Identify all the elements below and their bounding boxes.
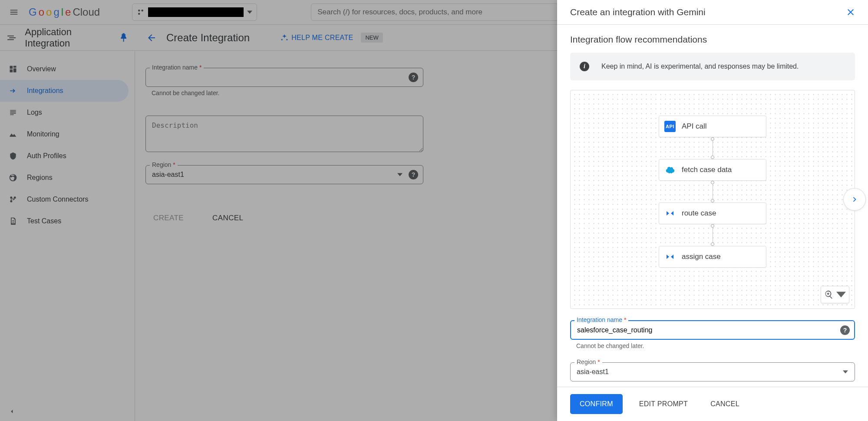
sidebar-item-monitoring[interactable]: Monitoring	[0, 123, 135, 145]
zoom-control[interactable]	[821, 286, 849, 303]
flow-node-route[interactable]: route case	[659, 202, 766, 224]
sidebar-item-label: Custom Connectors	[27, 196, 88, 203]
help-icon[interactable]: ?	[840, 325, 850, 335]
help-icon[interactable]: ?	[409, 73, 418, 82]
flow-node-label: fetch case data	[682, 166, 732, 174]
panel-region-select[interactable]: asia-east1	[570, 362, 855, 381]
search-bar[interactable]	[311, 3, 589, 21]
collapse-sidebar-button[interactable]	[6, 405, 18, 418]
product-name: Application Integration	[25, 27, 110, 49]
left-nav-sidebar: Overview Integrations Logs Monitoring Au…	[0, 51, 135, 421]
sparkle-icon	[280, 33, 289, 42]
flow-node-label: route case	[682, 209, 716, 218]
chevron-down-icon	[843, 369, 848, 375]
sidebar-item-label: Regions	[27, 174, 53, 182]
svg-point-2	[138, 13, 140, 15]
project-selector[interactable]	[132, 3, 257, 21]
info-text: Keep in mind, AI is experimental, and re…	[601, 63, 799, 70]
svg-point-1	[142, 10, 144, 12]
sidebar-item-logs[interactable]: Logs	[0, 102, 135, 123]
mapper-icon	[664, 208, 676, 219]
panel-footer: CONFIRM EDIT PROMPT CANCEL	[557, 387, 868, 421]
chevron-down-icon	[836, 290, 846, 299]
close-icon	[845, 7, 856, 17]
page-title: Create Integration	[166, 32, 250, 44]
sidebar-item-custom-connectors[interactable]: Custom Connectors	[0, 189, 135, 210]
sidebar-item-label: Overview	[27, 65, 56, 73]
logo-suffix: Cloud	[73, 6, 100, 18]
flow-node-assign[interactable]: assign case	[659, 246, 766, 268]
mapper-icon	[664, 251, 676, 262]
zoom-in-icon	[824, 290, 834, 299]
salesforce-icon	[664, 164, 676, 176]
panel-name-field-wrap: Integration name * ?	[570, 320, 855, 340]
flow-node-label: API call	[682, 122, 707, 131]
flow-node-fetch[interactable]: fetch case data	[659, 159, 766, 181]
gcp-logo[interactable]: Google Cloud	[29, 6, 100, 18]
info-banner: i Keep in mind, AI is experimental, and …	[570, 53, 855, 80]
sidebar-item-auth-profiles[interactable]: Auth Profiles	[0, 145, 135, 167]
panel-title: Create an integration with Gemini	[570, 7, 706, 17]
flow-connector	[712, 137, 713, 159]
chevron-down-icon	[397, 172, 403, 177]
back-button[interactable]	[143, 29, 160, 46]
panel-cancel-button[interactable]: CANCEL	[704, 394, 746, 414]
new-badge: NEW	[361, 33, 383, 43]
sidebar-item-label: Auth Profiles	[27, 152, 66, 160]
region-label: Region *	[150, 161, 178, 168]
panel-name-helper: Cannot be changed later.	[576, 342, 855, 349]
panel-region-field-wrap: Region * asia-east1	[570, 362, 855, 381]
flow-connector	[712, 181, 713, 202]
svg-point-0	[138, 10, 140, 12]
sidebar-item-regions[interactable]: Regions	[0, 167, 135, 189]
flow-node-api[interactable]: API API call	[659, 116, 766, 137]
next-recommendation-button[interactable]	[843, 188, 866, 211]
help-icon[interactable]: ?	[409, 170, 418, 179]
help-me-create-button[interactable]: HELP ME CREATE	[280, 33, 353, 42]
gemini-panel: Create an integration with Gemini Integr…	[557, 0, 868, 421]
info-icon: i	[580, 62, 589, 71]
panel-region-value: asia-east1	[577, 368, 609, 376]
sidebar-item-integrations[interactable]: Integrations	[0, 80, 129, 102]
description-textarea[interactable]	[145, 116, 423, 152]
sidebar-item-overview[interactable]: Overview	[0, 58, 135, 80]
panel-name-label: Integration name *	[574, 316, 628, 323]
flow-connector	[712, 224, 713, 246]
api-icon: API	[664, 121, 676, 132]
sidebar-item-label: Test Cases	[27, 217, 61, 225]
panel-region-label: Region *	[574, 358, 602, 365]
confirm-button[interactable]: CONFIRM	[570, 394, 623, 414]
section-title: Integration flow recommendations	[570, 34, 855, 45]
sidebar-item-label: Monitoring	[27, 130, 59, 138]
integration-name-field-wrap: Integration name * ?	[145, 68, 423, 87]
region-value: asia-east1	[152, 171, 184, 179]
project-icon	[137, 8, 145, 16]
help-me-create-label: HELP ME CREATE	[291, 34, 353, 42]
close-button[interactable]	[843, 4, 858, 20]
sidebar-item-label: Integrations	[27, 87, 63, 95]
product-chip: Application Integration	[0, 25, 135, 50]
hamburger-menu-icon[interactable]	[5, 3, 23, 21]
sidebar-item-label: Logs	[27, 109, 42, 116]
pin-icon[interactable]	[118, 32, 129, 44]
chevron-right-icon	[850, 195, 859, 204]
app-integration-icon	[6, 32, 17, 44]
sidebar-item-test-cases[interactable]: Test Cases	[0, 210, 135, 232]
flow-node-label: assign case	[682, 252, 721, 261]
flow-preview-canvas: API API call fetch case data route case …	[570, 90, 855, 309]
region-select[interactable]: asia-east1	[145, 165, 423, 184]
project-name-redacted	[148, 7, 244, 17]
chevron-down-icon	[247, 10, 252, 15]
integration-name-label: Integration name *	[150, 64, 204, 71]
region-field-wrap: Region * asia-east1 ?	[145, 165, 423, 184]
integration-name-helper: Cannot be changed later.	[152, 90, 423, 96]
cancel-button[interactable]: CANCEL	[205, 209, 251, 228]
search-input[interactable]	[317, 8, 582, 17]
create-button: CREATE	[145, 209, 191, 228]
panel-header: Create an integration with Gemini	[557, 0, 868, 25]
edit-prompt-button[interactable]: EDIT PROMPT	[633, 394, 694, 414]
